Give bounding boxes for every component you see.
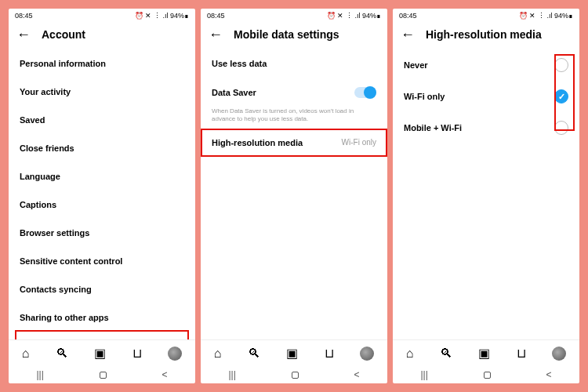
account-list[interactable]: Personal information Your activity Saved… [9, 49, 195, 339]
app-header: ← High-resolution media [393, 23, 579, 49]
list-item[interactable]: Captions [20, 191, 184, 219]
list-item[interactable]: Personal information [20, 49, 184, 78]
status-right: ⏰ ✕ ⋮ .ıl 94%∎ [327, 12, 381, 20]
option-wifi-only[interactable]: Wi-Fi only ✓ [404, 81, 568, 112]
profile-avatar[interactable] [168, 347, 182, 361]
page-title: Account [42, 28, 85, 41]
search-icon[interactable]: 🔍︎ [440, 347, 452, 361]
status-bar: 08:45 ⏰ ✕ ⋮ .ıl 94%∎ [9, 9, 195, 23]
home-icon[interactable]: ⌂ [214, 347, 222, 361]
reels-icon[interactable]: ▣ [286, 346, 298, 361]
reels-icon[interactable]: ▣ [478, 346, 490, 361]
status-bar: 08:45 ⏰ ✕ ⋮ .ıl 94%∎ [201, 9, 387, 23]
recent-icon[interactable]: ||| [36, 369, 43, 380]
hrm-options: Never Wi-Fi only ✓ Mobile + Wi-Fi [393, 49, 579, 339]
back-sys-icon[interactable]: < [162, 369, 168, 380]
list-item[interactable]: Sharing to other apps [20, 303, 184, 332]
system-nav: ||| < [9, 366, 195, 383]
list-item[interactable]: Sensitive content control [20, 247, 184, 275]
bottom-nav: ⌂ 🔍︎ ▣ ⊔ [201, 339, 387, 366]
option-mobile-wifi[interactable]: Mobile + Wi-Fi [404, 112, 568, 143]
data-saver-toggle[interactable] [354, 87, 376, 98]
data-saver-caption: When Data Saver is turned on, videos won… [212, 107, 376, 129]
back-icon[interactable]: ← [16, 27, 31, 42]
use-less-data-label: Use less data [212, 49, 376, 78]
profile-avatar[interactable] [552, 347, 566, 361]
shop-icon[interactable]: ⊔ [132, 346, 142, 361]
search-icon[interactable]: 🔍︎ [56, 347, 68, 361]
option-label: Mobile + Wi-Fi [404, 123, 462, 132]
status-time: 08:45 [15, 12, 33, 20]
list-item[interactable]: Contacts syncing [20, 275, 184, 303]
home-sys-icon[interactable] [292, 372, 299, 379]
list-item[interactable]: Language [20, 162, 184, 191]
option-label: Never [404, 60, 428, 70]
profile-avatar[interactable] [360, 347, 374, 361]
list-item-mobile-data-use[interactable]: Mobile data use [15, 330, 189, 339]
status-right: ⏰ ✕ ⋮ .ıl 94%∎ [519, 12, 573, 20]
back-sys-icon[interactable]: < [546, 369, 552, 380]
home-icon[interactable]: ⌂ [22, 347, 30, 361]
system-nav: ||| < [393, 366, 579, 383]
status-right: ⏰ ✕ ⋮ .ıl 94%∎ [135, 12, 189, 20]
recent-icon[interactable]: ||| [420, 369, 427, 380]
page-title: High-resolution media [426, 28, 542, 41]
list-item[interactable]: Your activity [20, 78, 184, 106]
recent-icon[interactable]: ||| [228, 369, 235, 380]
status-time: 08:45 [207, 12, 225, 20]
back-sys-icon[interactable]: < [354, 369, 360, 380]
screen-high-res-media: 08:45 ⏰ ✕ ⋮ .ıl 94%∎ ← High-resolution m… [393, 9, 579, 383]
reels-icon[interactable]: ▣ [94, 346, 106, 361]
data-saver-row[interactable]: Data Saver [212, 78, 376, 107]
bottom-nav: ⌂ 🔍︎ ▣ ⊔ [9, 339, 195, 366]
back-icon[interactable]: ← [209, 27, 223, 42]
app-header: ← Mobile data settings [201, 23, 387, 49]
screen-account: 08:45 ⏰ ✕ ⋮ .ıl 94%∎ ← Account Personal … [9, 9, 195, 383]
status-time: 08:45 [399, 12, 417, 20]
list-item[interactable]: Browser settings [20, 219, 184, 247]
home-sys-icon[interactable] [484, 372, 491, 379]
search-icon[interactable]: 🔍︎ [248, 347, 260, 361]
app-header: ← Account [9, 23, 195, 49]
bottom-nav: ⌂ 🔍︎ ▣ ⊔ [393, 339, 579, 366]
option-never[interactable]: Never [404, 49, 568, 81]
data-settings: Use less data Data Saver When Data Saver… [201, 49, 387, 339]
hrm-label: High-resolution media [212, 138, 303, 147]
home-icon[interactable]: ⌂ [406, 347, 414, 361]
system-nav: ||| < [201, 366, 387, 383]
hrm-value: Wi-Fi only [342, 138, 376, 147]
back-icon[interactable]: ← [401, 27, 415, 42]
home-sys-icon[interactable] [100, 372, 107, 379]
screen-mobile-data: 08:45 ⏰ ✕ ⋮ .ıl 94%∎ ← Mobile data setti… [201, 9, 387, 383]
option-label: Wi-Fi only [404, 92, 445, 101]
status-bar: 08:45 ⏰ ✕ ⋮ .ıl 94%∎ [393, 9, 579, 23]
high-res-media-row[interactable]: High-resolution media Wi-Fi only [201, 129, 387, 157]
data-saver-label: Data Saver [212, 88, 256, 97]
shop-icon[interactable]: ⊔ [517, 346, 526, 361]
shop-icon[interactable]: ⊔ [325, 346, 334, 361]
list-item[interactable]: Saved [20, 106, 184, 134]
list-item[interactable]: Close friends [20, 134, 184, 162]
page-title: Mobile data settings [234, 28, 339, 41]
annotation-box [554, 54, 575, 131]
label: Use less data [212, 59, 267, 68]
